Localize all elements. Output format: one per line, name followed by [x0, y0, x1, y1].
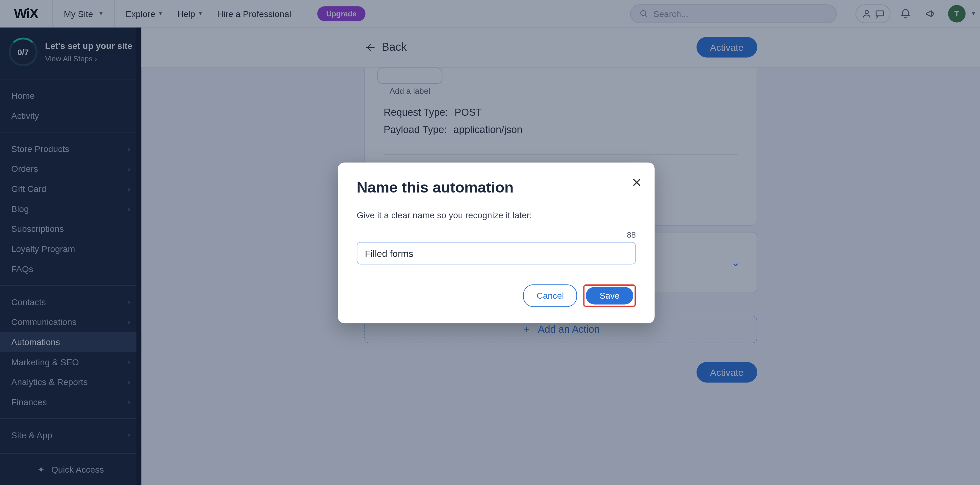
char-counter: 88	[356, 230, 636, 239]
save-highlight: Save	[584, 284, 636, 307]
modal-subtitle: Give it a clear name so you recognize it…	[356, 210, 636, 220]
name-automation-modal: ✕ Name this automation Give it a clear n…	[338, 163, 655, 323]
modal-title: Name this automation	[356, 179, 636, 197]
automation-name-input[interactable]	[356, 242, 636, 265]
close-icon[interactable]: ✕	[632, 175, 642, 190]
cancel-button[interactable]: Cancel	[523, 284, 577, 307]
save-button[interactable]: Save	[586, 287, 633, 304]
